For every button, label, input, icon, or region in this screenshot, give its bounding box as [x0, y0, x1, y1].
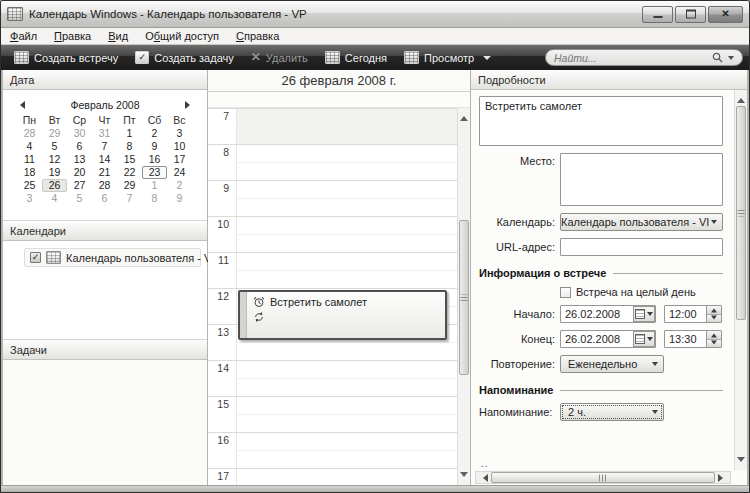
calendar-select[interactable]: Календарь пользователя - VI: [560, 213, 723, 231]
event-title-field[interactable]: Встретить самолет: [479, 96, 723, 146]
start-time-spinner[interactable]: 12:00: [664, 305, 722, 323]
mini-calendar-day[interactable]: 1: [142, 179, 167, 192]
mini-calendar-day[interactable]: 25: [17, 179, 42, 192]
mini-calendar-day[interactable]: 21: [92, 166, 117, 179]
mini-calendar-day[interactable]: 20: [67, 166, 92, 179]
mini-calendar-day[interactable]: 9: [142, 140, 167, 153]
end-date-picker[interactable]: 26.02.2008: [560, 330, 656, 348]
half-hour-slot[interactable]: [237, 469, 457, 485]
menu-edit[interactable]: Правка: [54, 30, 91, 42]
mini-calendar-day[interactable]: 17: [167, 153, 192, 166]
menu-help[interactable]: Справка: [236, 30, 279, 42]
start-date-dropdown[interactable]: [633, 306, 655, 322]
hour-row[interactable]: 16: [208, 432, 457, 468]
mini-calendar-day[interactable]: 18: [17, 166, 42, 179]
mini-calendar-day[interactable]: 4: [17, 140, 42, 153]
mini-calendar-day[interactable]: 29: [117, 179, 142, 192]
maximize-button[interactable]: [675, 6, 706, 23]
today-button[interactable]: Сегодня: [318, 49, 394, 66]
scroll-down-icon[interactable]: [737, 457, 745, 466]
half-hour-slot[interactable]: [237, 145, 457, 163]
hour-row[interactable]: 8: [208, 144, 457, 180]
mini-calendar-day[interactable]: 31: [92, 127, 117, 140]
half-hour-slot[interactable]: [237, 433, 457, 451]
hour-row[interactable]: 11: [208, 252, 457, 288]
menu-view[interactable]: Вид: [108, 30, 128, 42]
mini-calendar-day[interactable]: 2: [142, 127, 167, 140]
mini-calendar-day[interactable]: 5: [42, 140, 67, 153]
hour-row[interactable]: 9: [208, 180, 457, 216]
mini-calendar-day[interactable]: 7: [92, 140, 117, 153]
mini-calendar-day[interactable]: 16: [142, 153, 167, 166]
hour-row[interactable]: 14: [208, 360, 457, 396]
hour-row[interactable]: 7: [208, 108, 457, 144]
spin-up-button[interactable]: [707, 306, 721, 315]
half-hour-slot[interactable]: [237, 451, 457, 468]
mini-calendar-day[interactable]: 4: [42, 192, 67, 205]
half-hour-slot[interactable]: [237, 397, 457, 415]
menu-share[interactable]: Общий доступ: [145, 30, 219, 42]
mini-calendar-day[interactable]: 8: [142, 192, 167, 205]
url-field[interactable]: [560, 238, 723, 256]
scroll-up-icon[interactable]: [737, 94, 745, 103]
view-button[interactable]: Просмотр: [397, 49, 498, 66]
half-hour-slot[interactable]: [237, 109, 457, 127]
mini-calendar-day[interactable]: 13: [67, 153, 92, 166]
scroll-up-icon[interactable]: [460, 112, 468, 121]
half-hour-slot[interactable]: [237, 415, 457, 432]
mini-calendar-day[interactable]: 19: [42, 166, 67, 179]
mini-calendar-day[interactable]: 23: [142, 166, 167, 179]
half-hour-slot[interactable]: [237, 199, 457, 216]
search-input[interactable]: [554, 52, 707, 64]
location-field[interactable]: [560, 153, 723, 206]
tasks-list[interactable]: [3, 360, 207, 485]
new-task-button[interactable]: ✓ Создать задачу: [128, 49, 241, 66]
half-hour-slot[interactable]: [237, 253, 457, 271]
spin-down-button[interactable]: [707, 340, 721, 348]
half-hour-slot[interactable]: [237, 181, 457, 199]
calendar-event[interactable]: Встретить самолет: [238, 290, 447, 340]
mini-calendar-day[interactable]: 15: [117, 153, 142, 166]
scroll-down-icon[interactable]: [460, 472, 468, 481]
mini-calendar-day[interactable]: 24: [167, 166, 192, 179]
half-hour-slot[interactable]: [237, 271, 457, 288]
mini-calendar-day[interactable]: 28: [17, 127, 42, 140]
half-hour-slot[interactable]: [237, 163, 457, 180]
scroll-left-icon[interactable]: [479, 474, 488, 482]
half-hour-slot[interactable]: [237, 127, 457, 144]
half-hour-slot[interactable]: [237, 361, 457, 379]
start-date-picker[interactable]: 26.02.2008: [560, 305, 656, 323]
close-button[interactable]: ✕: [708, 6, 743, 23]
hour-row[interactable]: 10: [208, 216, 457, 252]
mini-calendar-day[interactable]: 12: [42, 153, 67, 166]
mini-calendar-day[interactable]: 9: [167, 192, 192, 205]
minimize-button[interactable]: [642, 6, 673, 23]
mini-calendar-day[interactable]: 3: [167, 127, 192, 140]
calendar-list-item[interactable]: ✓ Календарь пользователя - VP: [24, 248, 201, 267]
mini-calendar-day[interactable]: 14: [92, 153, 117, 166]
scrollbar-thumb[interactable]: [736, 106, 746, 320]
mini-calendar-day[interactable]: 11: [17, 153, 42, 166]
mini-calendar-day[interactable]: 3: [17, 192, 42, 205]
spin-down-button[interactable]: [707, 315, 721, 323]
mini-calendar-day[interactable]: 8: [117, 140, 142, 153]
hour-row[interactable]: 15: [208, 396, 457, 432]
mini-calendar-day[interactable]: 22: [117, 166, 142, 179]
spin-up-button[interactable]: [707, 331, 721, 340]
mini-calendar-day[interactable]: 10: [167, 140, 192, 153]
half-hour-slot[interactable]: [237, 379, 457, 396]
end-time-spinner[interactable]: 13:30: [664, 330, 722, 348]
mini-calendar-day[interactable]: 28: [92, 179, 117, 192]
new-appointment-button[interactable]: Создать встречу: [7, 49, 125, 66]
end-date-dropdown[interactable]: [633, 331, 655, 347]
title-bar[interactable]: Календарь Windows - Календарь пользовате…: [1, 1, 749, 28]
mini-calendar-day[interactable]: 6: [67, 140, 92, 153]
half-hour-slot[interactable]: [237, 217, 457, 235]
hour-row[interactable]: 17: [208, 468, 457, 485]
all-day-strip[interactable]: [208, 92, 470, 108]
mini-calendar-day[interactable]: 7: [117, 192, 142, 205]
mini-calendar-day[interactable]: 29: [42, 127, 67, 140]
next-month-icon[interactable]: [185, 101, 190, 109]
half-hour-slot[interactable]: [237, 343, 457, 360]
search-options-icon[interactable]: [728, 56, 734, 60]
